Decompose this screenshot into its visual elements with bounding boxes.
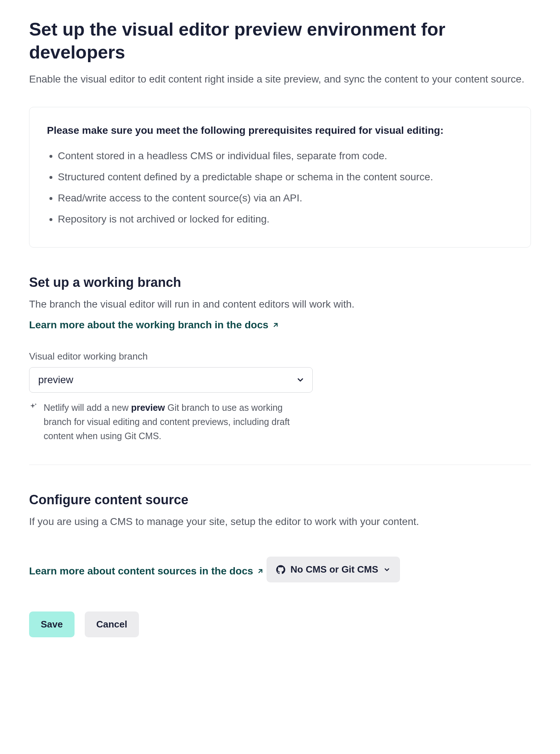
content-source-title: Configure content source — [29, 492, 531, 508]
page-subtitle: Enable the visual editor to edit content… — [29, 72, 531, 87]
branch-section-title: Set up a working branch — [29, 275, 531, 290]
prerequisites-card: Please make sure you meet the following … — [29, 107, 531, 248]
branch-select[interactable]: preview — [29, 367, 313, 393]
page-title: Set up the visual editor preview environ… — [29, 18, 531, 64]
sparkle-icon — [29, 402, 38, 413]
cms-select-button[interactable]: No CMS or Git CMS — [267, 557, 400, 582]
prerequisites-heading: Please make sure you meet the following … — [47, 125, 513, 136]
branch-docs-link[interactable]: Learn more about the working branch in t… — [29, 319, 279, 331]
cancel-button[interactable]: Cancel — [85, 611, 139, 637]
branch-helper-text: Netlify will add a new preview Git branc… — [44, 401, 313, 443]
content-source-docs-link[interactable]: Learn more about content sources in the … — [29, 565, 264, 577]
action-bar: Save Cancel — [29, 611, 531, 637]
list-item: Read/write access to the content source(… — [58, 188, 513, 209]
list-item: Content stored in a headless CMS or indi… — [58, 145, 513, 167]
cms-button-label: No CMS or Git CMS — [291, 564, 378, 575]
section-divider — [29, 465, 531, 465]
content-source-section: Configure content source If you are usin… — [29, 492, 531, 582]
content-source-description: If you are using a CMS to manage your si… — [29, 514, 531, 529]
save-button[interactable]: Save — [29, 611, 75, 637]
branch-section: Set up a working branch The branch the v… — [29, 275, 531, 443]
prerequisites-list: Content stored in a headless CMS or indi… — [47, 145, 513, 230]
branch-section-description: The branch the visual editor will run in… — [29, 297, 531, 312]
list-item: Structured content defined by a predicta… — [58, 167, 513, 188]
external-link-icon — [272, 321, 279, 329]
external-link-icon — [257, 567, 264, 575]
list-item: Repository is not archived or locked for… — [58, 209, 513, 230]
branch-docs-link-text: Learn more about the working branch in t… — [29, 319, 268, 331]
branch-field-label: Visual editor working branch — [29, 351, 531, 362]
branch-helper: Netlify will add a new preview Git branc… — [29, 401, 313, 443]
content-source-docs-link-text: Learn more about content sources in the … — [29, 565, 253, 577]
github-icon — [276, 565, 285, 574]
chevron-down-icon — [383, 566, 391, 573]
branch-select-value: preview — [29, 367, 313, 393]
